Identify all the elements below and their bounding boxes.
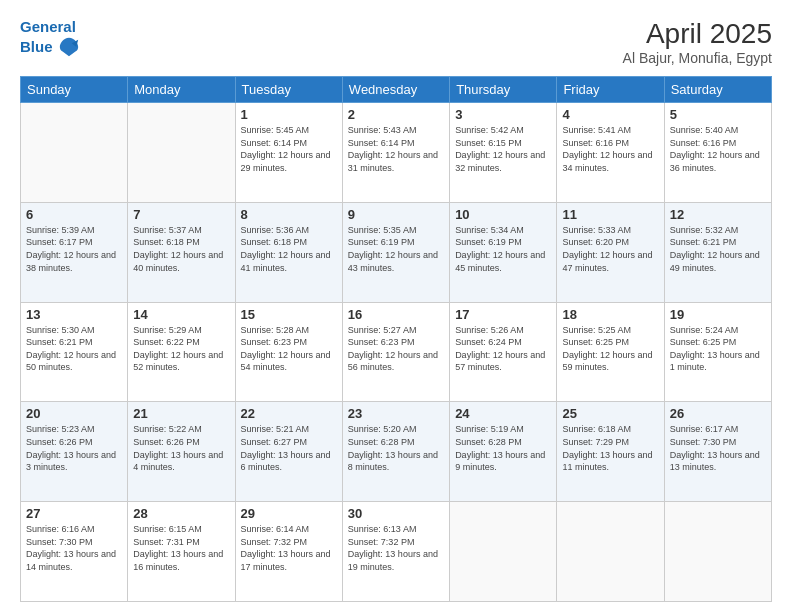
header-thursday: Thursday xyxy=(450,77,557,103)
day-number: 30 xyxy=(348,506,444,521)
calendar-table: Sunday Monday Tuesday Wednesday Thursday… xyxy=(20,76,772,602)
calendar-cell: 26Sunrise: 6:17 AMSunset: 7:30 PMDayligh… xyxy=(664,402,771,502)
day-info: Sunrise: 6:18 AMSunset: 7:29 PMDaylight:… xyxy=(562,423,658,473)
calendar-cell: 18Sunrise: 5:25 AMSunset: 6:25 PMDayligh… xyxy=(557,302,664,402)
calendar-cell: 21Sunrise: 5:22 AMSunset: 6:26 PMDayligh… xyxy=(128,402,235,502)
day-number: 4 xyxy=(562,107,658,122)
header-wednesday: Wednesday xyxy=(342,77,449,103)
calendar-cell: 19Sunrise: 5:24 AMSunset: 6:25 PMDayligh… xyxy=(664,302,771,402)
day-info: Sunrise: 5:26 AMSunset: 6:24 PMDaylight:… xyxy=(455,324,551,374)
calendar-row-0: 1Sunrise: 5:45 AMSunset: 6:14 PMDaylight… xyxy=(21,103,772,203)
day-number: 17 xyxy=(455,307,551,322)
day-number: 26 xyxy=(670,406,766,421)
day-info: Sunrise: 5:29 AMSunset: 6:22 PMDaylight:… xyxy=(133,324,229,374)
day-info: Sunrise: 5:21 AMSunset: 6:27 PMDaylight:… xyxy=(241,423,337,473)
day-number: 9 xyxy=(348,207,444,222)
day-info: Sunrise: 5:32 AMSunset: 6:21 PMDaylight:… xyxy=(670,224,766,274)
calendar-cell: 24Sunrise: 5:19 AMSunset: 6:28 PMDayligh… xyxy=(450,402,557,502)
day-number: 14 xyxy=(133,307,229,322)
calendar-cell xyxy=(664,502,771,602)
day-info: Sunrise: 5:20 AMSunset: 6:28 PMDaylight:… xyxy=(348,423,444,473)
day-info: Sunrise: 6:16 AMSunset: 7:30 PMDaylight:… xyxy=(26,523,122,573)
calendar-cell xyxy=(557,502,664,602)
day-number: 10 xyxy=(455,207,551,222)
page-header: General Blue April 2025 Al Bajur, Monufi… xyxy=(20,18,772,66)
calendar-cell: 17Sunrise: 5:26 AMSunset: 6:24 PMDayligh… xyxy=(450,302,557,402)
calendar-cell: 30Sunrise: 6:13 AMSunset: 7:32 PMDayligh… xyxy=(342,502,449,602)
calendar-cell: 14Sunrise: 5:29 AMSunset: 6:22 PMDayligh… xyxy=(128,302,235,402)
calendar-cell: 1Sunrise: 5:45 AMSunset: 6:14 PMDaylight… xyxy=(235,103,342,203)
day-info: Sunrise: 5:19 AMSunset: 6:28 PMDaylight:… xyxy=(455,423,551,473)
day-number: 2 xyxy=(348,107,444,122)
day-number: 21 xyxy=(133,406,229,421)
day-info: Sunrise: 5:33 AMSunset: 6:20 PMDaylight:… xyxy=(562,224,658,274)
calendar-cell xyxy=(128,103,235,203)
logo-icon xyxy=(58,36,80,58)
logo-text-line2: Blue xyxy=(20,38,53,56)
calendar-cell: 27Sunrise: 6:16 AMSunset: 7:30 PMDayligh… xyxy=(21,502,128,602)
day-info: Sunrise: 6:15 AMSunset: 7:31 PMDaylight:… xyxy=(133,523,229,573)
day-number: 23 xyxy=(348,406,444,421)
calendar-cell xyxy=(450,502,557,602)
calendar-cell: 22Sunrise: 5:21 AMSunset: 6:27 PMDayligh… xyxy=(235,402,342,502)
calendar-cell: 9Sunrise: 5:35 AMSunset: 6:19 PMDaylight… xyxy=(342,202,449,302)
weekday-header-row: Sunday Monday Tuesday Wednesday Thursday… xyxy=(21,77,772,103)
calendar-cell: 6Sunrise: 5:39 AMSunset: 6:17 PMDaylight… xyxy=(21,202,128,302)
day-info: Sunrise: 5:30 AMSunset: 6:21 PMDaylight:… xyxy=(26,324,122,374)
calendar-cell: 11Sunrise: 5:33 AMSunset: 6:20 PMDayligh… xyxy=(557,202,664,302)
day-number: 15 xyxy=(241,307,337,322)
day-number: 1 xyxy=(241,107,337,122)
calendar-cell: 16Sunrise: 5:27 AMSunset: 6:23 PMDayligh… xyxy=(342,302,449,402)
calendar-row-2: 13Sunrise: 5:30 AMSunset: 6:21 PMDayligh… xyxy=(21,302,772,402)
day-info: Sunrise: 5:34 AMSunset: 6:19 PMDaylight:… xyxy=(455,224,551,274)
calendar-cell: 15Sunrise: 5:28 AMSunset: 6:23 PMDayligh… xyxy=(235,302,342,402)
day-number: 29 xyxy=(241,506,337,521)
calendar-cell: 7Sunrise: 5:37 AMSunset: 6:18 PMDaylight… xyxy=(128,202,235,302)
day-info: Sunrise: 5:25 AMSunset: 6:25 PMDaylight:… xyxy=(562,324,658,374)
day-number: 22 xyxy=(241,406,337,421)
day-number: 28 xyxy=(133,506,229,521)
day-info: Sunrise: 5:27 AMSunset: 6:23 PMDaylight:… xyxy=(348,324,444,374)
day-info: Sunrise: 5:28 AMSunset: 6:23 PMDaylight:… xyxy=(241,324,337,374)
calendar-cell: 3Sunrise: 5:42 AMSunset: 6:15 PMDaylight… xyxy=(450,103,557,203)
day-number: 13 xyxy=(26,307,122,322)
header-saturday: Saturday xyxy=(664,77,771,103)
calendar-cell: 20Sunrise: 5:23 AMSunset: 6:26 PMDayligh… xyxy=(21,402,128,502)
logo-text-line1: General xyxy=(20,18,80,36)
calendar-row-3: 20Sunrise: 5:23 AMSunset: 6:26 PMDayligh… xyxy=(21,402,772,502)
day-number: 8 xyxy=(241,207,337,222)
calendar-cell: 10Sunrise: 5:34 AMSunset: 6:19 PMDayligh… xyxy=(450,202,557,302)
day-number: 25 xyxy=(562,406,658,421)
header-sunday: Sunday xyxy=(21,77,128,103)
day-info: Sunrise: 5:40 AMSunset: 6:16 PMDaylight:… xyxy=(670,124,766,174)
day-number: 27 xyxy=(26,506,122,521)
day-info: Sunrise: 5:41 AMSunset: 6:16 PMDaylight:… xyxy=(562,124,658,174)
calendar-cell: 23Sunrise: 5:20 AMSunset: 6:28 PMDayligh… xyxy=(342,402,449,502)
logo: General Blue xyxy=(20,18,80,58)
day-info: Sunrise: 5:39 AMSunset: 6:17 PMDaylight:… xyxy=(26,224,122,274)
calendar-row-1: 6Sunrise: 5:39 AMSunset: 6:17 PMDaylight… xyxy=(21,202,772,302)
day-number: 11 xyxy=(562,207,658,222)
day-number: 5 xyxy=(670,107,766,122)
day-number: 16 xyxy=(348,307,444,322)
day-info: Sunrise: 5:42 AMSunset: 6:15 PMDaylight:… xyxy=(455,124,551,174)
header-tuesday: Tuesday xyxy=(235,77,342,103)
calendar-row-4: 27Sunrise: 6:16 AMSunset: 7:30 PMDayligh… xyxy=(21,502,772,602)
header-monday: Monday xyxy=(128,77,235,103)
calendar-cell: 29Sunrise: 6:14 AMSunset: 7:32 PMDayligh… xyxy=(235,502,342,602)
day-info: Sunrise: 6:17 AMSunset: 7:30 PMDaylight:… xyxy=(670,423,766,473)
day-info: Sunrise: 6:13 AMSunset: 7:32 PMDaylight:… xyxy=(348,523,444,573)
calendar-cell: 12Sunrise: 5:32 AMSunset: 6:21 PMDayligh… xyxy=(664,202,771,302)
day-info: Sunrise: 5:36 AMSunset: 6:18 PMDaylight:… xyxy=(241,224,337,274)
day-number: 20 xyxy=(26,406,122,421)
day-number: 3 xyxy=(455,107,551,122)
day-info: Sunrise: 5:43 AMSunset: 6:14 PMDaylight:… xyxy=(348,124,444,174)
calendar-cell: 25Sunrise: 6:18 AMSunset: 7:29 PMDayligh… xyxy=(557,402,664,502)
day-number: 18 xyxy=(562,307,658,322)
day-number: 7 xyxy=(133,207,229,222)
day-number: 24 xyxy=(455,406,551,421)
subtitle: Al Bajur, Monufia, Egypt xyxy=(623,50,772,66)
day-number: 6 xyxy=(26,207,122,222)
calendar-cell: 13Sunrise: 5:30 AMSunset: 6:21 PMDayligh… xyxy=(21,302,128,402)
day-number: 19 xyxy=(670,307,766,322)
